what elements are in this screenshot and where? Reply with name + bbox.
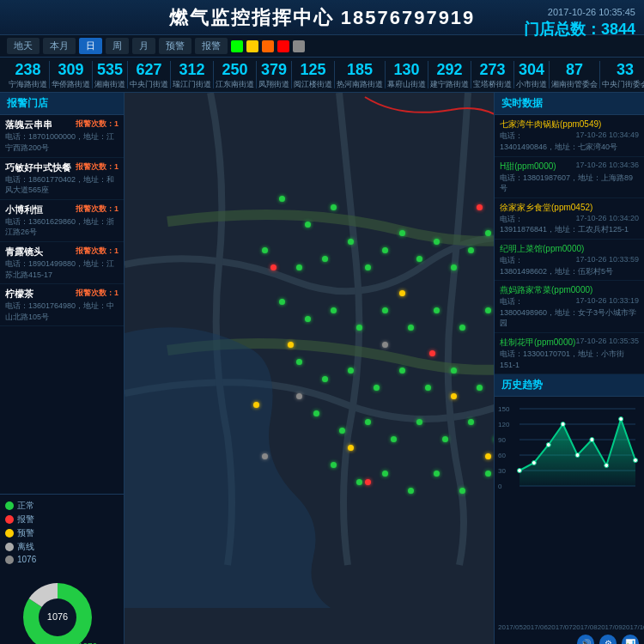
map-dot-50[interactable] [356, 479, 362, 485]
stat-label-3: 中央门街道 [130, 80, 168, 89]
map-dot-3[interactable] [262, 247, 268, 253]
alarm-item-4[interactable]: 柠檬茶报警次数：1电话：13601764980，地址：中山北路105号 [0, 284, 124, 326]
map-dot-45[interactable] [442, 436, 448, 442]
stat-label-0: 宁海路街道 [9, 80, 47, 89]
stat-item-1: 309华侨路街道 [50, 61, 93, 88]
map-dot-5[interactable] [322, 256, 328, 262]
ri-name-5: 桂制花甲(ppm0000) [500, 337, 575, 347]
map-dot-40[interactable] [313, 410, 319, 416]
tab-2[interactable]: 日 [79, 38, 102, 54]
stat-num-5: 250 [216, 61, 254, 80]
stat-label-11: 宝塔桥街道 [473, 80, 512, 89]
stat-item-6: 379凤翔街道 [257, 61, 292, 88]
map-dot-23[interactable] [382, 307, 388, 313]
map-dot-13[interactable] [468, 247, 474, 253]
stat-item-8: 185热河南路街道 [335, 61, 386, 88]
ri-name-0: 七家湾牛肉锅贴(ppm0549) [500, 119, 601, 129]
map-dot-30[interactable] [296, 359, 302, 365]
map-dot-44[interactable] [416, 419, 422, 425]
map-dot-56[interactable] [288, 342, 294, 348]
map-dot-53[interactable] [434, 471, 440, 477]
stat-num-6: 379 [258, 61, 289, 80]
bottom-icon-2[interactable]: 📊 [622, 635, 639, 644]
map-dot-70[interactable] [382, 342, 388, 348]
realtime-item-3: 纪明上菜馆(ppm0000) 17-10-26 10:33:59 电话：1380… [495, 240, 644, 281]
alarm-item-0[interactable]: 落魄云串串报警次数：1电话：18701000000，地址：江宁西路200号 [0, 115, 124, 157]
map-dot-43[interactable] [391, 436, 397, 442]
map-dot-72[interactable] [262, 453, 268, 459]
map-dot-31[interactable] [322, 376, 328, 382]
trend-chart [495, 397, 644, 623]
map-dot-46[interactable] [468, 419, 474, 425]
map-dot-36[interactable] [451, 368, 457, 374]
map-dot-25[interactable] [434, 307, 440, 313]
tab-0[interactable]: 地天 [7, 38, 39, 54]
map-dot-34[interactable] [399, 368, 405, 374]
ri-detail-5: 电话：13300170701，地址：小市街151-1 [500, 349, 639, 370]
tab-3[interactable]: 周 [106, 38, 129, 54]
map-dot-11[interactable] [434, 239, 440, 245]
map-dot-64[interactable] [270, 264, 276, 270]
map-dot-65[interactable] [429, 350, 435, 356]
alarm-item-1[interactable]: 巧敏好中式快餐报警次数：1电话：18601770402，地址：和风大道565座 [0, 158, 124, 200]
map-dot-41[interactable] [339, 428, 345, 434]
map-dot-42[interactable] [365, 419, 371, 425]
map-dot-14[interactable] [485, 230, 491, 236]
map-dot-24[interactable] [408, 325, 414, 331]
map-dot-61[interactable] [253, 402, 259, 408]
map-dot-54[interactable] [459, 488, 465, 494]
bottom-icon-0[interactable]: 🔊 [577, 635, 594, 644]
tab-6[interactable]: 报警 [195, 38, 228, 54]
map-dot-37[interactable] [477, 385, 483, 391]
map-dot-69[interactable] [296, 393, 302, 399]
map-dot-32[interactable] [348, 368, 354, 374]
map-dot-68[interactable] [477, 204, 483, 210]
door-count: 门店总数：3844 [524, 19, 635, 39]
stat-label-9: 幕府山街道 [387, 80, 426, 89]
map-dot-63[interactable] [485, 453, 491, 459]
map-dot-12[interactable] [451, 264, 457, 270]
map-dot-0[interactable] [279, 196, 285, 202]
map-dot-4[interactable] [296, 264, 302, 270]
map-dot-52[interactable] [408, 488, 414, 494]
map-dot-57[interactable] [399, 290, 405, 296]
alarm-item-3[interactable]: 青露镜头报警次数：1电话：18901499880，地址：江苏北路415-17 [0, 242, 124, 284]
map-dot-51[interactable] [382, 471, 388, 477]
map-dot-55[interactable] [485, 471, 491, 477]
map-dot-22[interactable] [356, 325, 362, 331]
tab-5[interactable]: 预警 [159, 38, 191, 54]
map-dot-10[interactable] [416, 256, 422, 262]
stat-label-2: 湘南街道 [94, 80, 125, 89]
trend-x-label-2: 2017/07 [548, 623, 573, 631]
map-area[interactable] [125, 93, 494, 644]
map-dot-35[interactable] [425, 385, 431, 391]
stat-item-3: 627中央门街道 [128, 61, 171, 88]
map-dot-1[interactable] [305, 222, 311, 228]
alarm-count-3: 报警次数：1 [76, 246, 118, 257]
door-count-label: 门店总数： [524, 21, 601, 38]
map-dot-67[interactable] [365, 479, 371, 485]
map-dot-27[interactable] [485, 307, 491, 313]
stat-item-2: 535湘南街道 [93, 61, 128, 88]
alarm-detail-1: 电话：18601770402，地址：和风大道565座 [5, 174, 118, 196]
map-dot-8[interactable] [382, 247, 388, 253]
map-dot-21[interactable] [331, 307, 337, 313]
stat-num-10: 292 [430, 61, 469, 80]
map-dot-20[interactable] [305, 316, 311, 322]
map-dot-26[interactable] [459, 325, 465, 331]
map-dot-60[interactable] [451, 393, 457, 399]
alarm-item-2[interactable]: 小博利恒报警次数：1电话：13601629860，地址：浙江路26号 [0, 200, 124, 242]
map-dot-7[interactable] [365, 264, 371, 270]
map-dot-2[interactable] [331, 204, 337, 210]
map-dot-49[interactable] [331, 462, 337, 468]
stat-label-5: 江东南街道 [216, 80, 254, 89]
map-dot-19[interactable] [279, 299, 285, 305]
map-dot-33[interactable] [374, 385, 380, 391]
tab-4[interactable]: 月 [132, 38, 155, 54]
map-dot-6[interactable] [348, 239, 354, 245]
tab-1[interactable]: 本月 [43, 38, 76, 54]
stat-item-14: 33中央门街委会 [600, 61, 644, 88]
map-dot-9[interactable] [399, 230, 405, 236]
bottom-icon-1[interactable]: ⚙ [599, 635, 617, 644]
map-dot-59[interactable] [348, 445, 354, 451]
